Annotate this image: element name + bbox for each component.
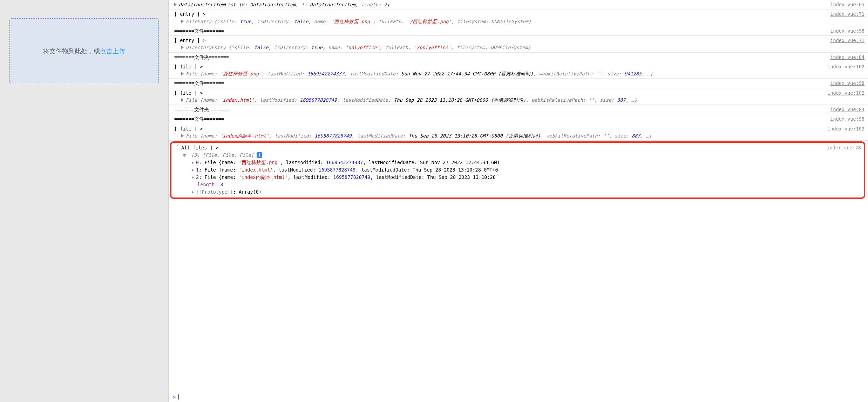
console-input-row[interactable]: > [169, 392, 868, 402]
expand-icon[interactable] [192, 191, 194, 194]
source-link[interactable]: index.vue:98 [830, 80, 864, 87]
log-entry[interactable]: index.vue:84 =======文件夹======= [169, 53, 868, 62]
collapse-icon[interactable] [183, 154, 186, 157]
log-entry[interactable]: index.vue:65 DataTransferItemList {0: Da… [169, 0, 868, 9]
log-text: =======文件夹======= [174, 54, 229, 60]
expand-icon[interactable] [192, 161, 194, 164]
info-icon[interactable]: i [257, 152, 262, 158]
expand-icon[interactable] [181, 46, 184, 49]
source-link[interactable]: index.vue:102 [827, 89, 864, 96]
source-link[interactable]: index.vue:102 [827, 63, 864, 70]
log-entry[interactable]: index.vue:98 =======文件======= [169, 114, 868, 124]
array-summary: (3) [File, File, File] [191, 152, 254, 158]
source-link[interactable]: index.vue:98 [830, 27, 864, 34]
log-entry[interactable]: index.vue:71 [ entry ] > FileEntry {isFi… [169, 9, 868, 26]
source-link[interactable]: index.vue:78 [827, 144, 861, 152]
source-link[interactable]: index.vue:65 [830, 1, 864, 8]
log-tag: [ entry ] > [174, 11, 205, 17]
highlighted-log-entry[interactable]: index.vue:78 [ All files ] > (3) [File, … [170, 141, 865, 199]
source-link[interactable]: index.vue:71 [830, 11, 864, 18]
page-preview-pane: 将文件拖到此处，或点击上传 [0, 0, 168, 402]
prompt-caret-icon: > [173, 394, 176, 400]
expand-icon[interactable] [181, 98, 184, 102]
log-entry[interactable]: index.vue:98 =======文件======= [169, 26, 868, 36]
log-tag: [ file ] > [174, 90, 203, 96]
expand-icon[interactable] [174, 3, 177, 6]
expand-icon[interactable] [181, 72, 184, 75]
source-link[interactable]: index.vue:98 [830, 115, 864, 122]
console-log-list: index.vue:65 DataTransferItemList {0: Da… [169, 0, 868, 392]
expand-icon[interactable] [181, 134, 184, 138]
log-tag: [ file ] > [174, 126, 203, 132]
source-link[interactable]: index.vue:102 [827, 125, 864, 132]
source-link[interactable]: index.vue:84 [830, 54, 864, 61]
dropzone-text: 将文件拖到此处，或 [43, 48, 100, 55]
log-tag: [ All files ] > [176, 145, 218, 150]
source-link[interactable]: index.vue:71 [830, 37, 864, 44]
expand-icon[interactable] [181, 20, 184, 23]
input-cursor [178, 394, 179, 400]
upload-link[interactable]: 点击上传 [100, 48, 125, 55]
log-tag: [ file ] > [174, 64, 203, 69]
log-entry[interactable]: index.vue:71 [ entry ] > DirectoryEntry … [169, 36, 868, 53]
log-tag: [ entry ] > [174, 38, 205, 43]
log-text: =======文件夹======= [174, 107, 229, 112]
expand-icon[interactable] [192, 169, 194, 172]
source-link[interactable]: index.vue:84 [830, 106, 864, 113]
log-entry[interactable]: index.vue:98 =======文件======= [169, 79, 868, 88]
log-text: =======文件======= [174, 28, 224, 34]
log-entry[interactable]: index.vue:84 =======文件夹======= [169, 105, 868, 114]
log-text: =======文件======= [174, 116, 224, 122]
prototype-key: [[Prototype]] [196, 189, 233, 195]
devtools-console-pane: index.vue:65 DataTransferItemList {0: Da… [168, 0, 868, 402]
log-entry[interactable]: index.vue:102 [ file ] > File {name: 'in… [169, 124, 868, 141]
upload-dropzone[interactable]: 将文件拖到此处，或点击上传 [9, 18, 159, 84]
log-object: DataTransferItemList {0: DataTransferIte… [179, 2, 390, 7]
log-entry[interactable]: index.vue:102 [ file ] > File {name: '西红… [169, 62, 868, 79]
length-key: length [197, 182, 215, 187]
log-text: =======文件======= [174, 80, 224, 86]
log-entry[interactable]: index.vue:102 [ file ] > File {name: 'in… [169, 88, 868, 105]
expand-icon[interactable] [192, 176, 194, 179]
